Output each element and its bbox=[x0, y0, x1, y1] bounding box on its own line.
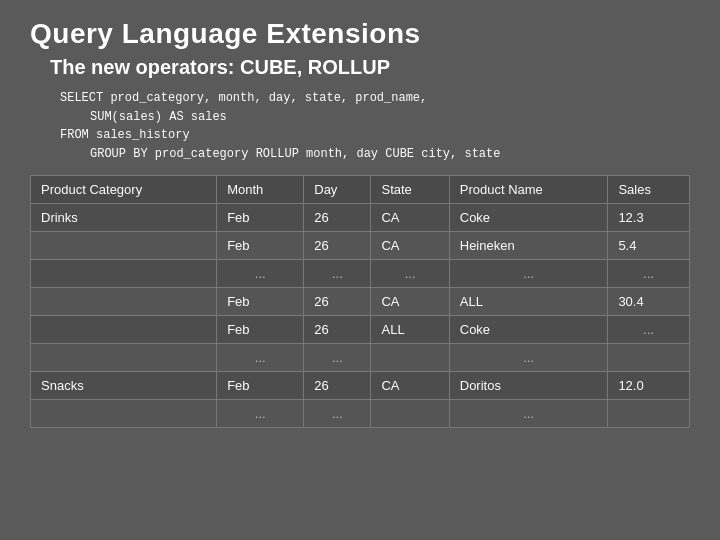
table-cell-4-3: ALL bbox=[371, 316, 449, 344]
table-cell-0-2: 26 bbox=[304, 204, 371, 232]
table-cell-5-0 bbox=[31, 344, 217, 372]
table-cell-5-3 bbox=[371, 344, 449, 372]
table-cell-0-5: 12.3 bbox=[608, 204, 690, 232]
code-line-3: FROM sales_history bbox=[60, 126, 690, 145]
col-header-5: Sales bbox=[608, 176, 690, 204]
page-container: Query Language Extensions The new operat… bbox=[0, 0, 720, 540]
table-cell-3-3: CA bbox=[371, 288, 449, 316]
table-row: Feb26CAALL30.4 bbox=[31, 288, 690, 316]
table-cell-6-0: Snacks bbox=[31, 372, 217, 400]
subtitle: The new operators: CUBE, ROLLUP bbox=[30, 56, 690, 79]
table-cell-7-4: ... bbox=[449, 400, 608, 428]
table-cell-7-3 bbox=[371, 400, 449, 428]
table-cell-3-0 bbox=[31, 288, 217, 316]
table-cell-4-5: ... bbox=[608, 316, 690, 344]
table-cell-2-1: ... bbox=[217, 260, 304, 288]
table-cell-3-1: Feb bbox=[217, 288, 304, 316]
table-cell-5-1: ... bbox=[217, 344, 304, 372]
table-cell-1-2: 26 bbox=[304, 232, 371, 260]
table-cell-7-1: ... bbox=[217, 400, 304, 428]
table-cell-2-5: ... bbox=[608, 260, 690, 288]
code-line-2: SUM(sales) AS sales bbox=[60, 108, 690, 127]
table-cell-6-4: Doritos bbox=[449, 372, 608, 400]
table-cell-2-3: ... bbox=[371, 260, 449, 288]
table-cell-5-4: ... bbox=[449, 344, 608, 372]
table-cell-6-5: 12.0 bbox=[608, 372, 690, 400]
table-row: ......... bbox=[31, 344, 690, 372]
table-cell-4-1: Feb bbox=[217, 316, 304, 344]
code-line-1: SELECT prod_category, month, day, state,… bbox=[60, 89, 690, 108]
table-header-row: Product Category Month Day State Product… bbox=[31, 176, 690, 204]
table-cell-3-2: 26 bbox=[304, 288, 371, 316]
table-cell-2-4: ... bbox=[449, 260, 608, 288]
table-cell-0-4: Coke bbox=[449, 204, 608, 232]
table-cell-2-2: ... bbox=[304, 260, 371, 288]
table-cell-7-0 bbox=[31, 400, 217, 428]
table-row: ............... bbox=[31, 260, 690, 288]
table-cell-4-2: 26 bbox=[304, 316, 371, 344]
col-header-1: Month bbox=[217, 176, 304, 204]
table-cell-4-0 bbox=[31, 316, 217, 344]
table-cell-0-3: CA bbox=[371, 204, 449, 232]
table-cell-7-5 bbox=[608, 400, 690, 428]
col-header-4: Product Name bbox=[449, 176, 608, 204]
table-cell-3-4: ALL bbox=[449, 288, 608, 316]
table-cell-5-2: ... bbox=[304, 344, 371, 372]
table-cell-7-2: ... bbox=[304, 400, 371, 428]
table-row: ......... bbox=[31, 400, 690, 428]
table-cell-4-4: Coke bbox=[449, 316, 608, 344]
main-title: Query Language Extensions bbox=[30, 18, 690, 50]
table-cell-1-3: CA bbox=[371, 232, 449, 260]
table-row: Feb26CAHeineken5.4 bbox=[31, 232, 690, 260]
table-cell-5-5 bbox=[608, 344, 690, 372]
table-cell-6-2: 26 bbox=[304, 372, 371, 400]
table-cell-1-1: Feb bbox=[217, 232, 304, 260]
col-header-3: State bbox=[371, 176, 449, 204]
table-cell-6-1: Feb bbox=[217, 372, 304, 400]
table-cell-6-3: CA bbox=[371, 372, 449, 400]
table-row: Feb26ALLCoke... bbox=[31, 316, 690, 344]
table-cell-1-5: 5.4 bbox=[608, 232, 690, 260]
table-cell-2-0 bbox=[31, 260, 217, 288]
results-table: Product Category Month Day State Product… bbox=[30, 175, 690, 428]
table-cell-1-4: Heineken bbox=[449, 232, 608, 260]
table-row: SnacksFeb26CADoritos12.0 bbox=[31, 372, 690, 400]
table-cell-1-0 bbox=[31, 232, 217, 260]
table-cell-0-0: Drinks bbox=[31, 204, 217, 232]
table-cell-0-1: Feb bbox=[217, 204, 304, 232]
col-header-0: Product Category bbox=[31, 176, 217, 204]
code-line-4: GROUP BY prod_category ROLLUP month, day… bbox=[60, 145, 690, 164]
col-header-2: Day bbox=[304, 176, 371, 204]
table-row: DrinksFeb26CACoke12.3 bbox=[31, 204, 690, 232]
table-cell-3-5: 30.4 bbox=[608, 288, 690, 316]
code-block: SELECT prod_category, month, day, state,… bbox=[30, 89, 690, 163]
